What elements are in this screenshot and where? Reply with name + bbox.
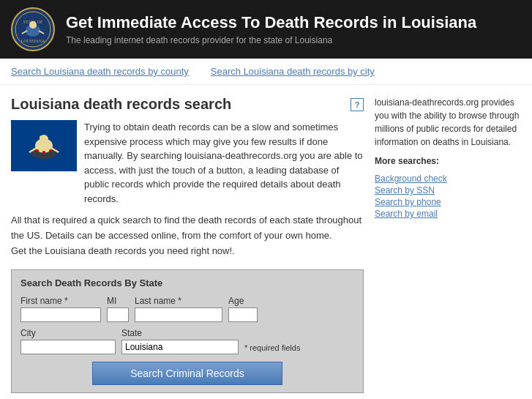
firstname-input[interactable]	[20, 307, 101, 322]
nav-link-county[interactable]: Search Louisiana death records by county	[11, 66, 189, 77]
age-field: Age	[228, 296, 258, 322]
sidebar-link-background[interactable]: Background check	[375, 174, 521, 184]
extra-text: All that is required a quick search to f…	[11, 213, 364, 258]
page-title: Louisiana death records search	[11, 96, 231, 113]
main-content: Louisiana death records search ?	[0, 85, 532, 399]
search-form-box: Search Death Records By State First name…	[11, 269, 364, 393]
form-row-location: City State * required fields	[20, 328, 354, 354]
state-flag	[11, 120, 77, 171]
city-field: City	[20, 328, 116, 354]
search-button[interactable]: Search Criminal Records	[92, 362, 282, 385]
required-label: * required fields	[244, 343, 300, 354]
mi-input[interactable]	[107, 307, 129, 322]
svg-point-16	[36, 149, 39, 152]
firstname-field: First name *	[20, 296, 101, 322]
help-icon[interactable]: ?	[351, 98, 364, 111]
state-field: State	[121, 328, 239, 354]
extra-line2: Get the Louisiana death records you need…	[11, 245, 235, 256]
page-title-row: Louisiana death records search ?	[11, 96, 364, 113]
age-label: Age	[228, 296, 258, 306]
sidebar-description: louisiana-deathrecords.org provides you …	[375, 96, 521, 149]
svg-point-17	[42, 151, 45, 154]
right-column: louisiana-deathrecords.org provides you …	[375, 96, 521, 393]
state-input[interactable]	[121, 340, 239, 354]
header-text: Get Immediate Access To Death Records in…	[66, 13, 476, 45]
nav-link-city[interactable]: Search Louisiana death records by city	[211, 66, 375, 77]
header-subtitle: The leading internet death records provi…	[66, 35, 476, 45]
sidebar-link-ssn[interactable]: Search by SSN	[375, 185, 521, 195]
mi-field: MI	[107, 296, 129, 322]
header: STATE OF LOUISIANA Get Immediate Access …	[0, 0, 532, 59]
lastname-label: Last name *	[135, 296, 222, 306]
nav-links: Search Louisiana death records by county…	[0, 59, 532, 85]
city-input[interactable]	[20, 340, 116, 354]
svg-text:LOUISIANA: LOUISIANA	[21, 39, 45, 43]
sidebar-link-email[interactable]: Search by email	[375, 209, 521, 219]
age-input[interactable]	[228, 307, 258, 322]
lastname-input[interactable]	[135, 307, 222, 322]
city-label: City	[20, 328, 116, 338]
site-logo: STATE OF LOUISIANA	[11, 7, 55, 51]
mi-label: MI	[107, 296, 129, 306]
intro-text: Trying to obtain death records can be a …	[84, 120, 364, 206]
form-row-name: First name * MI Last name * Age	[20, 296, 354, 322]
sidebar-link-phone[interactable]: Search by phone	[375, 197, 521, 207]
left-column: Louisiana death records search ?	[11, 96, 364, 393]
svg-point-5	[29, 21, 37, 29]
svg-point-14	[40, 135, 44, 140]
search-form-title: Search Death Records By State	[20, 277, 354, 288]
header-title: Get Immediate Access To Death Records in…	[66, 13, 476, 32]
more-searches-title: More searches:	[375, 154, 521, 168]
lastname-field: Last name *	[135, 296, 222, 322]
svg-point-18	[49, 149, 52, 152]
firstname-label: First name *	[20, 296, 101, 306]
extra-line1: All that is required a quick search to f…	[11, 215, 361, 241]
state-label: State	[121, 328, 239, 338]
content-intro: Trying to obtain death records can be a …	[11, 120, 364, 206]
